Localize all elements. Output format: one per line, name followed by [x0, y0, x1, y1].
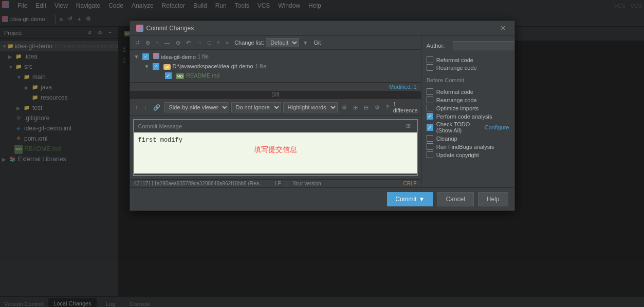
modal-titlebar: Commit Changes ✕ [130, 21, 514, 36]
commit-modal: Commit Changes ✕ ↺ ⊕ + — ⊖ ↶ → □ ≡ » [130, 21, 515, 211]
modal-btn-add[interactable]: ⊕ [143, 39, 152, 47]
status-lf: LF [275, 181, 281, 186]
perform-analysis-label: Perform code analysis [436, 113, 492, 120]
diff-separator: Diff [130, 91, 421, 99]
modal-left: ↺ ⊕ + — ⊖ ↶ → □ ≡ » Change list: Default… [130, 36, 421, 187]
modal-btn-minus[interactable]: — [162, 39, 172, 47]
diff-next-btn[interactable]: ↓ [142, 103, 149, 111]
status-version: Your version [292, 181, 321, 186]
diff-columns-btn[interactable]: ⊞ [351, 103, 360, 112]
file-root-icon [153, 53, 159, 61]
git-label: Git [314, 40, 321, 46]
diff-help-btn[interactable]: ? [384, 103, 391, 111]
modal-title: Commit Changes [136, 25, 194, 32]
modal-btn-list[interactable]: ≡ [215, 39, 222, 47]
reformat-checkbox[interactable] [427, 88, 433, 95]
modal-body: ↺ ⊕ + — ⊖ ↶ → □ ≡ » Change list: Default… [130, 36, 514, 187]
optimize-checkbox[interactable] [427, 105, 433, 111]
option-amend: Reformat code [427, 56, 509, 63]
check-todo-checkbox[interactable]: ✓ [427, 124, 433, 131]
modal-overlay: Commit Changes ✕ ↺ ⊕ + — ⊖ ↶ → □ ≡ » [0, 0, 644, 307]
status-sep2: | [286, 181, 288, 186]
diff-count: 1 difference [393, 101, 418, 113]
help-btn[interactable]: Help [478, 192, 508, 206]
file-root-count: 1 file [198, 54, 209, 60]
file-readme-checkbox[interactable]: ✓ [165, 72, 172, 79]
check-todo-label: Check TODO (Show All) [436, 121, 476, 133]
cancel-btn[interactable]: Cancel [437, 192, 473, 206]
optimize-label: Optimize imports [436, 105, 479, 111]
option-findbugs: Run FindBugs analysis [427, 143, 509, 150]
option-reformat: Reformat code [427, 88, 509, 95]
changelist-label: Change list: [234, 40, 264, 46]
commit-msg-wrapper: first modify 填写提交信息 [134, 132, 417, 175]
option-perform-analysis: ✓ Perform code analysis [427, 113, 509, 120]
before-commit-label: Before Commit [427, 77, 509, 83]
commit-msg-header: Commit Message ⊞ [134, 120, 417, 132]
file-sub-label: D:\javaworkspace\idea-git-demo [173, 63, 253, 69]
copyright-checkbox[interactable] [427, 151, 433, 158]
before-commit-options: Reformat code Rearrange code Optimize im… [427, 88, 509, 158]
diff-gear-btn[interactable]: ⚙ [373, 103, 382, 112]
findbugs-checkbox[interactable] [427, 143, 433, 150]
modal-btn-remove[interactable]: ⊖ [174, 39, 182, 47]
option-check-todo: ✓ Check TODO (Show All) Configure [427, 121, 509, 133]
amend-label: Reformat code [436, 57, 473, 63]
diff-toolbar: ↑ ↓ 🔗 Side-by-side viewer Do not ignore … [130, 99, 421, 116]
diff-prev-btn[interactable]: ↑ [133, 103, 140, 111]
diff-link-btn[interactable]: 🔗 [151, 103, 162, 112]
modal-app-icon [136, 25, 143, 32]
configure-link[interactable]: Configure [485, 124, 509, 130]
rearrange-checkbox[interactable] [427, 97, 433, 103]
modal-btn-more[interactable]: » [224, 39, 231, 47]
amend-checkbox[interactable] [427, 56, 433, 63]
commit-btn-label: Commit [395, 196, 416, 203]
file-sub-checkbox[interactable]: ✓ [153, 63, 159, 70]
file-root-arrow: ▼ [134, 54, 140, 60]
option-optimize: Optimize imports [427, 105, 509, 111]
commit-msg-expand-btn[interactable]: ⊞ [404, 122, 413, 130]
modal-btn-next[interactable]: → [194, 39, 204, 47]
changelist-select[interactable]: Default [266, 38, 299, 47]
diff-viewer-select[interactable]: Side-by-side viewer [164, 102, 229, 112]
option-signoff: Rearrange code [427, 64, 509, 71]
file-root-checkbox[interactable]: ✓ [142, 53, 149, 60]
file-tree-sub[interactable]: ▼ ✓ 📁 D:\javaworkspace\idea-git-demo 1 f… [132, 62, 419, 71]
signoff-checkbox[interactable] [427, 64, 433, 71]
modal-btn-undo[interactable]: ↶ [184, 39, 193, 47]
diff-settings-btn[interactable]: ⚙ [340, 103, 349, 112]
signoff-label: Rearrange code [436, 65, 477, 71]
reformat-label: Reformat code [436, 89, 473, 95]
author-label: Author: [427, 43, 450, 49]
modal-btn-refresh[interactable]: ↺ [133, 39, 142, 47]
option-copyright: Update copyright [427, 151, 509, 158]
file-root-label: idea-git-demo [161, 54, 196, 60]
cleanup-checkbox[interactable] [427, 135, 433, 142]
author-row: Author: [427, 41, 509, 50]
modal-file-tree: ▼ ✓ idea-git-demo 1 file ▼ ✓ 📁 [130, 50, 421, 82]
file-tree-readme[interactable]: ✓ MD README.md [132, 71, 419, 80]
modal-btn-plus[interactable]: + [154, 39, 161, 47]
rearrange-label: Rearrange code [436, 97, 477, 103]
file-tree-root[interactable]: ▼ ✓ idea-git-demo 1 file [132, 52, 419, 62]
modal-btn-square[interactable]: □ [206, 39, 213, 47]
author-input[interactable] [453, 41, 514, 50]
perform-analysis-checkbox[interactable]: ✓ [427, 113, 433, 120]
commit-btn[interactable]: Commit ▼ [387, 192, 433, 206]
file-readme-icon: MD [176, 72, 184, 79]
commit-msg-label: Commit Message [138, 123, 182, 129]
modal-file-toolbar: ↺ ⊕ + — ⊖ ↶ → □ ≡ » Change list: Default… [130, 36, 421, 50]
file-sub-count: 1 file [255, 64, 266, 69]
commit-message-input[interactable]: first modify [134, 132, 417, 174]
findbugs-label: Run FindBugs analysis [436, 144, 494, 150]
modal-right: Author: Reformat code Rearrange code Bef… [421, 36, 514, 187]
option-cleanup: Cleanup [427, 135, 509, 142]
modal-close-btn[interactable]: ✕ [498, 24, 508, 32]
modal-actions: Commit ▼ Cancel Help [130, 187, 514, 210]
diff-highlight-select[interactable]: Highlight words [283, 102, 338, 112]
file-sub-icon: 📁 [163, 63, 171, 70]
file-sub-arrow: ▼ [144, 64, 151, 69]
diff-ignore-select[interactable]: Do not ignore [231, 102, 281, 112]
file-readme-label: README.md [186, 72, 219, 79]
diff-panel-btn[interactable]: ⊟ [362, 103, 371, 112]
